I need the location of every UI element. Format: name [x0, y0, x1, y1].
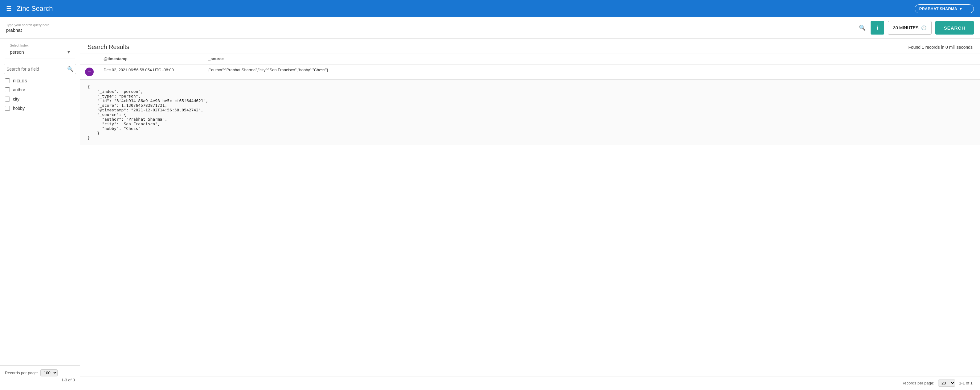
sidebar-records-per-page-select[interactable]: 100 50 20 [40, 369, 57, 376]
sidebar-records-count: 1-3 of 3 [5, 378, 75, 382]
index-select[interactable]: person ▾ [5, 48, 75, 59]
header: ☰ Zinc Search PRABHAT SHARMA ▾ 👤 [0, 0, 980, 17]
fields-select-all-checkbox[interactable] [5, 78, 10, 83]
results-header: Search Results Found 1 records in 0 mill… [80, 38, 980, 53]
expand-col-header [80, 53, 99, 64]
footer-records-per-page-select[interactable]: 20 50 100 [938, 379, 955, 387]
user-menu[interactable]: PRABHAT SHARMA ▾ 👤 [915, 4, 974, 13]
city-checkbox[interactable] [5, 97, 10, 102]
info-button[interactable]: i [870, 21, 884, 35]
time-range-label: 30 MINUTES [893, 25, 918, 30]
hobby-checkbox[interactable] [5, 106, 10, 111]
search-magnifier-button[interactable]: 🔍 [858, 23, 867, 32]
dropdown-arrow-icon: ▾ [960, 6, 962, 11]
row-expand-button[interactable]: − [85, 67, 94, 76]
search-button[interactable]: SEARCH [935, 21, 974, 35]
source-col-header: _source [204, 53, 980, 64]
footer-records-per-page-label: Records per page: [901, 381, 934, 385]
sidebar-records-per-page-label: Records per page: [5, 371, 38, 375]
menu-icon[interactable]: ☰ [6, 5, 12, 12]
results-count: Found 1 records in 0 milliseconds [908, 45, 973, 50]
field-search-input[interactable] [6, 67, 67, 72]
search-input-label: Type your search query here [6, 23, 854, 27]
results-footer: Records per page: 20 50 100 1-1 of 1 [80, 376, 980, 390]
field-item-hobby[interactable]: hobby [0, 104, 80, 113]
main-layout: Select Index person ▾ 🔍 FIELDS author ci… [0, 38, 980, 390]
city-label: city [13, 97, 19, 102]
fields-header: FIELDS [0, 77, 80, 85]
expanded-row: { "_index": "person", "_type": "person",… [80, 80, 980, 145]
user-avatar-icon: 👤 [964, 6, 969, 11]
field-item-author[interactable]: author [0, 85, 80, 94]
author-label: author [13, 87, 25, 92]
search-magnifier-icon: 🔍 [859, 25, 865, 31]
table-row: − Dec 02, 2021 06:56:58.054 UTC -08:00 {… [80, 64, 980, 80]
fields-label: FIELDS [13, 79, 27, 83]
row-timestamp: Dec 02, 2021 06:56:58.054 UTC -08:00 [99, 64, 204, 80]
main-content: Search Results Found 1 records in 0 mill… [80, 38, 980, 390]
row-source: {"author":"Prabhat Sharma","city":"San F… [204, 64, 980, 80]
author-checkbox[interactable] [5, 87, 10, 92]
results-title: Search Results [88, 43, 129, 51]
results-table: @timestamp _source − Dec 02, 2021 06:56:… [80, 53, 980, 145]
row-expand-cell: − [80, 64, 99, 80]
search-bar-area: Type your search query here 🔍 i 30 MINUT… [0, 17, 980, 38]
clock-icon: 🕐 [921, 25, 926, 30]
timestamp-col-header: @timestamp [99, 53, 204, 64]
field-item-city[interactable]: city [0, 94, 80, 104]
index-select-arrow-icon: ▾ [67, 49, 70, 55]
sidebar: Select Index person ▾ 🔍 FIELDS author ci… [0, 38, 80, 390]
time-range-button[interactable]: 30 MINUTES 🕐 [888, 21, 931, 35]
hobby-label: hobby [13, 106, 25, 111]
search-input-wrap: Type your search query here [6, 23, 854, 33]
sidebar-footer: Records per page: 100 50 20 1-3 of 3 [0, 365, 80, 385]
field-search-wrap: 🔍 [4, 64, 76, 74]
expanded-json: { "_index": "person", "_type": "person",… [80, 80, 980, 145]
select-index-label: Select Index [5, 43, 75, 47]
app-title: Zinc Search [17, 5, 915, 13]
index-select-value: person [10, 50, 24, 54]
info-icon: i [877, 25, 878, 31]
footer-pagination: 1-1 of 1 [959, 381, 973, 385]
user-name: PRABHAT SHARMA [919, 6, 957, 11]
search-input[interactable] [6, 27, 854, 33]
field-search-icon: 🔍 [67, 66, 73, 72]
